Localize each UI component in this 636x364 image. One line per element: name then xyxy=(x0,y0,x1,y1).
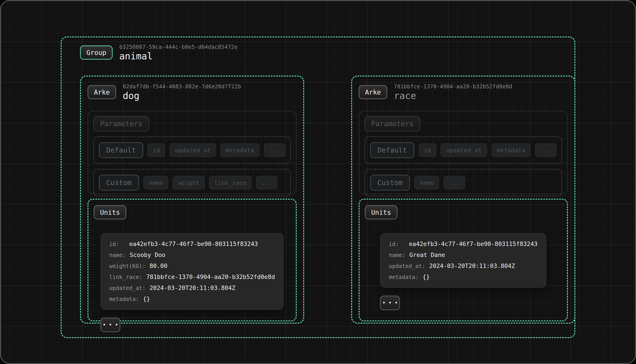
unit-record-row: updated_at:2024-03-20T20:11:03.804Z xyxy=(109,284,275,291)
unit-record-value: {} xyxy=(422,274,430,280)
unit-record-value: Scooby Doo xyxy=(130,252,166,258)
unit-record-key: name: xyxy=(109,252,126,258)
unit-record-value: ea42efb3-4c77-46f7-be90-803115f83243 xyxy=(409,240,537,247)
unit-record-row: weight(KG):80.00 xyxy=(109,262,275,269)
param-chip: link_race xyxy=(209,176,252,190)
group-name: animal xyxy=(119,52,238,61)
param-chip: ... xyxy=(264,143,285,157)
param-chip: ... xyxy=(444,176,465,190)
unit-record-key: updated_at: xyxy=(109,285,146,291)
default-parameters-row: Default idupdated_atmetadata... xyxy=(364,136,562,164)
unit-stack: id:ea42efb3-4c77-46f7-be90-803115f83243n… xyxy=(380,233,546,310)
param-chip: id xyxy=(419,143,436,157)
arke-meta: 781bbfce-1370-4904-aa20-b32b52fd0e8d rac… xyxy=(394,84,512,101)
param-chip: metadata xyxy=(220,143,260,157)
group-header: Group 63250087-59ca-444c-b0e5-d64dac8547… xyxy=(80,44,557,61)
unit-record-key: metadata: xyxy=(389,274,418,280)
unit-record-row: id:ea42efb3-4c77-46f7-be90-803115f83243 xyxy=(109,240,275,247)
unit-record-row: metadata:{} xyxy=(109,296,275,302)
default-parameters-badge: Default xyxy=(370,142,414,158)
unit-stack: id:ea42efb3-4c77-46f7-be90-803115f83243n… xyxy=(101,233,284,332)
custom-parameters-badge: Custom xyxy=(370,175,410,190)
unit-record-key: updated_at: xyxy=(389,263,425,269)
unit-record-value: {} xyxy=(143,296,150,302)
arke-meta: 02daf7db-f544-4083-882e-7d6e20d7f22b dog xyxy=(123,84,241,101)
unit-record-row: name:Scooby Doo xyxy=(109,252,275,258)
arke-name: dog xyxy=(123,91,241,101)
unit-record-value: Great Dane xyxy=(409,252,445,258)
parameters-badge: Parameters xyxy=(364,116,420,132)
group-badge: Group xyxy=(80,46,113,60)
unit-record-key: weight(KG): xyxy=(109,263,146,269)
unit-record-key: metadata: xyxy=(109,296,139,302)
unit-record-value: ea42efb3-4c77-46f7-be90-803115f83243 xyxy=(129,240,258,247)
parameters-section: Parameters Default idupdated_atmetadata.… xyxy=(359,111,568,194)
canvas-window: Group 63250087-59ca-444c-b0e5-d64dac8547… xyxy=(0,0,636,364)
unit-record-value: 2024-03-20T20:11:03.804Z xyxy=(150,284,235,291)
group-uuid: 63250087-59ca-444c-b0e5-d64dac85472e xyxy=(119,44,238,50)
arke-badge: Arke xyxy=(88,85,116,99)
units-section: Units id:ea42efb3-4c77-46f7-be90-803115f… xyxy=(88,199,297,321)
units-section: Units id:ea42efb3-4c77-46f7-be90-803115f… xyxy=(359,199,568,321)
unit-record-card: id:ea42efb3-4c77-46f7-be90-803115f83243n… xyxy=(101,233,284,310)
unit-record-row: id:ea42efb3-4c77-46f7-be90-803115f83243 xyxy=(389,240,537,247)
more-units-button[interactable]: ... xyxy=(101,318,120,332)
default-parameters-badge: Default xyxy=(99,142,143,158)
unit-record-row: name:Great Dane xyxy=(389,252,537,258)
param-chip: updated_at xyxy=(441,143,487,157)
unit-record-row: link_race:781bbfce-1370-4904-aa20-b32b52… xyxy=(109,274,275,280)
unit-record-row: updated_at:2024-03-20T20:11:03.804Z xyxy=(389,262,537,269)
arke-uuid: 781bbfce-1370-4904-aa20-b32b52fd0e8d xyxy=(394,84,512,90)
arke-container-race: Arke 781bbfce-1370-4904-aa20-b32b52fd0e8… xyxy=(351,76,575,324)
custom-parameters-row: Custom nameweightlink_race... xyxy=(93,169,291,196)
default-parameters-row: Default idupdated_atmetadata... xyxy=(93,136,291,164)
unit-record-card: id:ea42efb3-4c77-46f7-be90-803115f83243n… xyxy=(380,233,546,288)
unit-record-key: name: xyxy=(389,252,405,258)
unit-record-key: id: xyxy=(389,241,399,247)
param-chip: weight xyxy=(173,176,205,190)
unit-record-value: 781bbfce-1370-4904-aa20-b32b52fd0e8d xyxy=(146,274,275,280)
param-chip: id xyxy=(148,143,165,157)
group-container: Group 63250087-59ca-444c-b0e5-d64dac8547… xyxy=(61,36,575,338)
arke-name: race xyxy=(394,91,512,101)
group-meta: 63250087-59ca-444c-b0e5-d64dac85472e ani… xyxy=(119,44,238,61)
param-chip: ... xyxy=(535,143,556,157)
arke-uuid: 02daf7db-f544-4083-882e-7d6e20d7f22b xyxy=(123,84,241,90)
more-units-button[interactable]: ... xyxy=(380,296,400,310)
arke-header: Arke 02daf7db-f544-4083-882e-7d6e20d7f22… xyxy=(88,84,297,101)
unit-record-key: link_race: xyxy=(109,274,143,280)
unit-record-value: 2024-03-20T20:11:03.804Z xyxy=(429,262,515,269)
unit-record-key: id: xyxy=(109,241,119,247)
arke-row: Arke 02daf7db-f544-4083-882e-7d6e20d7f22… xyxy=(80,76,557,324)
param-chip: name xyxy=(143,176,168,190)
units-badge: Units xyxy=(365,205,397,219)
arke-container-dog: Arke 02daf7db-f544-4083-882e-7d6e20d7f22… xyxy=(80,76,304,324)
param-chip: ... xyxy=(256,176,277,190)
custom-parameters-badge: Custom xyxy=(99,175,139,190)
param-chip: updated_at xyxy=(170,143,216,157)
param-chip: name xyxy=(414,176,439,190)
unit-record-value: 80.00 xyxy=(150,262,167,269)
units-badge: Units xyxy=(94,205,126,219)
param-chip: metadata xyxy=(491,143,531,157)
unit-record-row: metadata:{} xyxy=(389,274,537,280)
parameters-section: Parameters Default idupdated_atmetadata.… xyxy=(88,111,297,194)
arke-badge: Arke xyxy=(359,85,387,99)
parameters-badge: Parameters xyxy=(93,116,149,132)
custom-parameters-row: Custom name... xyxy=(364,169,562,196)
arke-header: Arke 781bbfce-1370-4904-aa20-b32b52fd0e8… xyxy=(359,84,568,101)
